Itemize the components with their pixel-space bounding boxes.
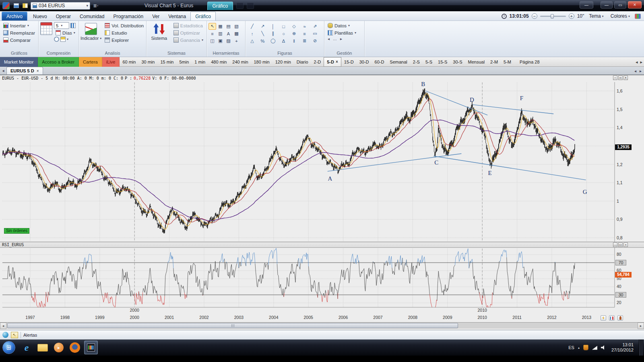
dias-dropdown[interactable]: Días ▾ [54,29,77,36]
tool-icon-4[interactable]: ≡ [208,30,216,37]
close-timeframe-icon[interactable]: × [336,60,338,64]
menu-tab-ventana[interactable]: Ventana [164,12,190,21]
tool-icon-2[interactable]: ▤ [225,23,232,30]
figure-icon-11[interactable]: ⊕ [289,30,299,37]
timeframe-diario[interactable]: Diario [294,57,311,67]
palette-icon[interactable] [635,14,641,19]
indicador-button[interactable]: Indicador ▾ [80,22,101,51]
page-prev-icon[interactable]: ◂ [328,37,330,41]
titlebar-extra-button[interactable]: — [580,1,593,8]
timeframe-2-d[interactable]: 2-D [311,57,324,67]
timeframe-5-d[interactable]: 5-D× [324,57,341,67]
tab-right-icon[interactable]: ▸ [640,69,642,73]
scrollbar-track[interactable] [6,323,638,329]
taskbar-visualchart-button[interactable] [84,341,98,354]
context-tab-grafico[interactable]: Gráfico [207,2,233,10]
tool-icon-6[interactable]: A [225,30,232,37]
timeframe-30-s[interactable]: 30-S [450,57,465,67]
figure-icon-14[interactable]: △ [247,37,257,44]
vol-distribution-button[interactable]: Vol. Distribution [103,22,145,29]
timeframe-2-m[interactable]: 2-M [487,57,501,67]
tray-clock[interactable]: 13:01 27/10/2012 [611,342,634,353]
close-button[interactable]: × [628,1,642,8]
pane-minimize-icon[interactable]: — [613,243,617,247]
ganancia-button[interactable]: Ganancia ▾ [172,37,205,43]
figure-icon-10[interactable]: ○ [279,30,289,37]
histogram-icon[interactable] [70,23,76,28]
figure-icon-0[interactable]: ╱ [247,23,257,30]
timeframe-120-min[interactable]: 120 min [272,57,294,67]
wave-letter-A[interactable]: A [328,175,332,182]
taskbar-explorer-button[interactable] [36,341,50,354]
figure-icon-2[interactable]: │ [268,23,278,30]
menu-tab-comunidad[interactable]: Comunidad [75,12,109,21]
menu-tab-archivo[interactable]: Archivo [2,12,27,21]
pane-minimize-icon[interactable]: — [613,76,617,80]
tool-icon-0[interactable]: ↖ [208,23,216,30]
pin-icon[interactable] [617,315,623,321]
figure-icon-1[interactable]: ↗ [258,23,268,30]
taskbar-ie-button[interactable]: e [20,341,33,354]
tool-icon-9[interactable]: ▣ [217,37,224,44]
tab-scroll-left-icon[interactable]: ◂ [0,67,6,74]
timeframe-30-d[interactable]: 30-D [357,57,372,67]
sistema-button[interactable]: Sistema [148,22,170,51]
price-chart-canvas[interactable]: ABCDEFG [0,75,644,322]
timeframe-30-min[interactable]: 30 min [138,57,157,67]
figure-icon-16[interactable]: ◯ [268,37,278,44]
timeframe-15-s[interactable]: 15-S [435,57,450,67]
pane-close-icon[interactable]: × [623,76,628,80]
compression-value-combo[interactable]: 5 ▾ [54,22,69,29]
wave-letter-D[interactable]: D [470,97,474,103]
show-desktop-button[interactable] [639,339,643,356]
volume-icon[interactable] [601,345,606,350]
figure-icon-7[interactable]: ↑ [247,30,257,37]
insertar-button[interactable]: Insertar ▾ [2,22,37,29]
figure-icon-6[interactable]: ⇗ [310,23,320,30]
close-tab-icon[interactable]: × [37,69,39,73]
inactive-tool-icon[interactable] [236,2,244,9]
timeframe-5-m[interactable]: 5-M [501,57,514,67]
trend-line[interactable] [433,156,586,180]
wave-letter-B[interactable]: B [421,81,425,87]
comparar-button[interactable]: Comparar [2,37,37,43]
estadistica-button[interactable]: Estadística [172,22,205,29]
tool-icon-8[interactable]: ◫ [208,37,216,44]
tema-dropdown[interactable]: Tema ▾ [587,12,605,20]
figure-icon-18[interactable]: ‖ [289,37,299,44]
alertas-label[interactable]: Alertas [23,333,37,337]
chart-page-icon[interactable] [609,315,615,321]
workspace-button-cartera[interactable]: Cartera [79,57,102,67]
quick-tool-button[interactable] [21,2,29,10]
figure-icon-3[interactable]: □ [279,23,289,30]
maximize-button[interactable]: ▭ [614,1,626,8]
page-dots[interactable]: … [333,37,337,41]
menu-tab-programacion[interactable]: Programación [109,12,148,21]
tool-icon-5[interactable]: ▥ [217,30,224,37]
zoom-in-icon[interactable]: + [569,13,574,19]
scrollbar-right-icon[interactable]: ▸ [638,323,644,329]
workspace-button-acceso-a-broker[interactable]: Acceso a Broker [38,57,79,67]
pane-maximize-icon[interactable]: ▭ [618,76,623,80]
scroll-right-icon[interactable]: ▸ [640,60,642,65]
ticks-compression-icon[interactable] [54,37,59,42]
wave-letter-G[interactable]: G [583,189,587,195]
page-label[interactable]: Página 28 [516,60,543,64]
scale-compression-icon[interactable] [60,37,66,42]
tab-left-icon[interactable]: ◂ [634,69,636,73]
chart-document-tab[interactable]: EURUS 5 D × [6,67,43,74]
taskbar-firefox-button[interactable] [68,341,82,354]
scrollbar-thumb[interactable] [7,323,458,328]
network-icon[interactable] [592,346,597,350]
plantillas-dropdown[interactable]: Plantillas ▾ [326,29,358,36]
scroll-left-icon[interactable]: ◂ [636,60,638,65]
compression-table-icon[interactable] [40,22,52,35]
menu-tab-operar[interactable]: Operar [52,12,75,21]
figure-icon-8[interactable]: ╲ [258,30,268,37]
wave-letter-F[interactable]: F [520,95,523,101]
wave-letter-E[interactable]: E [488,170,492,176]
zo om-slider[interactable] [540,16,566,17]
timeframe-5min[interactable]: 5min [176,57,192,67]
timeframe-5-s[interactable]: 5-S [423,57,435,67]
figure-icon-15[interactable]: % [258,37,268,44]
